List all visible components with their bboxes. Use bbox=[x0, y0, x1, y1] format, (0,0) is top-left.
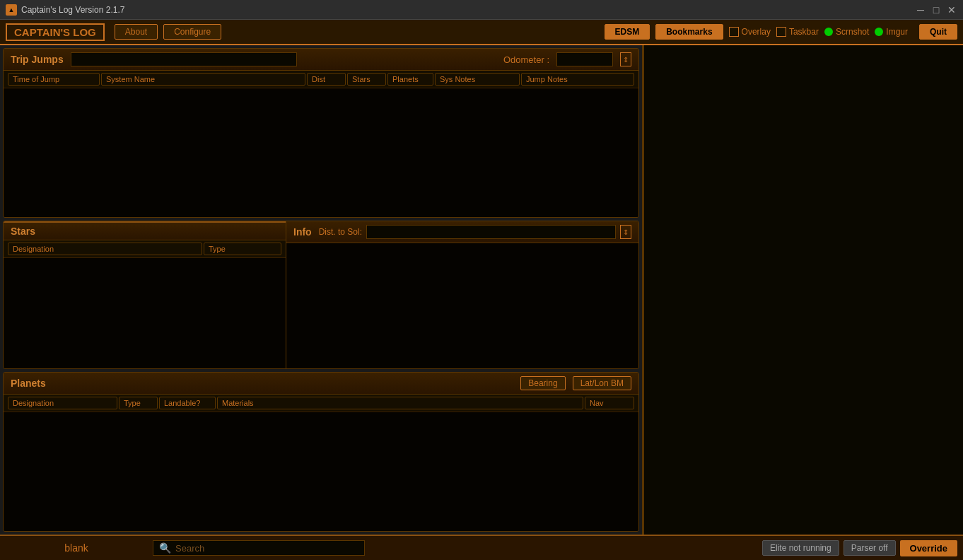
imgur-dot bbox=[875, 28, 883, 36]
scrnshot-check[interactable]: Scrnshot bbox=[824, 27, 869, 37]
taskbar-checkbox[interactable] bbox=[776, 27, 786, 37]
right-panel bbox=[643, 45, 963, 535]
quit-button[interactable]: Quit bbox=[919, 24, 957, 40]
configure-button[interactable]: Configure bbox=[163, 24, 221, 40]
trip-jumps-header: Trip Jumps Odometer : ⇕ bbox=[4, 49, 638, 71]
about-button[interactable]: About bbox=[115, 24, 158, 40]
info-content bbox=[286, 243, 638, 368]
overlay-check[interactable]: Overlay bbox=[729, 27, 771, 37]
info-header: Info Dist. to Sol: ⇕ bbox=[286, 221, 638, 243]
col-sysname: System Name bbox=[101, 73, 305, 86]
col-stars-type: Type bbox=[204, 243, 281, 255]
trip-jumps-section: Trip Jumps Odometer : ⇕ Time of Jump Sys… bbox=[3, 48, 639, 218]
search-input[interactable] bbox=[175, 543, 358, 554]
col-planets-desig: Designation bbox=[8, 397, 117, 409]
col-time: Time of Jump bbox=[8, 73, 100, 86]
close-button[interactable]: ✕ bbox=[946, 4, 957, 16]
trip-jumps-table bbox=[4, 88, 638, 217]
stars-col-headers: Designation Type bbox=[4, 240, 286, 258]
taskbar-check[interactable]: Taskbar bbox=[776, 27, 819, 37]
app-brand-title: CAPTAIN'S LOG bbox=[6, 23, 105, 41]
odometer-input[interactable] bbox=[556, 52, 613, 66]
override-button[interactable]: Override bbox=[900, 540, 957, 556]
col-dist: Dist bbox=[307, 73, 346, 86]
elite-status: Elite not running bbox=[762, 540, 839, 556]
dist-sol-label: Dist. to Sol: bbox=[319, 227, 362, 237]
trip-jumps-input[interactable] bbox=[71, 52, 297, 66]
trip-jumps-title: Trip Jumps bbox=[11, 54, 64, 65]
trip-jumps-col-headers: Time of Jump System Name Dist Stars Plan… bbox=[4, 71, 638, 88]
odometer-label: Odometer : bbox=[503, 54, 549, 65]
col-planets-type: Type bbox=[119, 397, 158, 409]
imgur-label: Imgur bbox=[886, 27, 908, 37]
app-title-text: Captain's Log Version 2.1.7 bbox=[21, 5, 124, 15]
left-panel: Trip Jumps Odometer : ⇕ Time of Jump Sys… bbox=[0, 45, 643, 535]
stars-table bbox=[4, 258, 286, 368]
stars-title: Stars bbox=[11, 226, 35, 237]
scrnshot-label: Scrnshot bbox=[836, 27, 869, 37]
planets-col-headers: Designation Type Landable? Materials Nav bbox=[4, 395, 638, 412]
planets-section: Planets Bearing Lat/Lon BM Designation T… bbox=[3, 372, 639, 532]
search-wrap: 🔍 bbox=[153, 540, 365, 556]
bottom-bar: blank 🔍 Elite not running Parser off Ove… bbox=[0, 535, 963, 560]
col-sysnotes: Sys Notes bbox=[435, 73, 520, 86]
bottom-right: Elite not running Parser off Override bbox=[762, 540, 957, 556]
col-planets-landable: Landable? bbox=[159, 397, 216, 409]
bearing-button[interactable]: Bearing bbox=[520, 376, 565, 390]
search-icon: 🔍 bbox=[159, 542, 171, 554]
overlay-checkbox[interactable] bbox=[729, 27, 739, 37]
stars-section: Stars Designation Type bbox=[4, 221, 286, 368]
overlay-label: Overlay bbox=[742, 27, 771, 37]
titlebar-controls: ─ □ ✕ bbox=[915, 4, 957, 16]
col-planets-materials: Materials bbox=[217, 397, 583, 409]
edsm-button[interactable]: EDSM bbox=[605, 24, 650, 40]
titlebar: ▲ Captain's Log Version 2.1.7 ─ □ ✕ bbox=[0, 0, 963, 20]
latlon-button[interactable]: Lat/Lon BM bbox=[573, 376, 631, 390]
col-planets-nav: Nav bbox=[585, 397, 634, 409]
app-container: CAPTAIN'S LOG About Configure EDSM Bookm… bbox=[0, 20, 963, 560]
col-stars: Stars bbox=[347, 73, 386, 86]
col-stars-desig: Designation bbox=[8, 243, 202, 255]
bookmarks-button[interactable]: Bookmarks bbox=[655, 24, 723, 40]
planets-table bbox=[4, 412, 638, 531]
maximize-button[interactable]: □ bbox=[930, 4, 942, 16]
parser-status: Parser off bbox=[844, 540, 896, 556]
dist-sol-input[interactable] bbox=[366, 225, 616, 239]
stars-header: Stars bbox=[4, 221, 286, 240]
blank-label: blank bbox=[6, 542, 147, 554]
titlebar-left: ▲ Captain's Log Version 2.1.7 bbox=[6, 4, 124, 16]
toolbar-right: EDSM Bookmarks Overlay Taskbar Scrnshot … bbox=[605, 24, 957, 40]
imgur-check[interactable]: Imgur bbox=[875, 27, 908, 37]
minimize-button[interactable]: ─ bbox=[915, 4, 926, 16]
content-area: Trip Jumps Odometer : ⇕ Time of Jump Sys… bbox=[0, 45, 963, 535]
info-resize[interactable]: ⇕ bbox=[620, 225, 631, 239]
col-jumpnotes: Jump Notes bbox=[521, 73, 634, 86]
col-planets: Planets bbox=[387, 73, 433, 86]
planets-title: Planets bbox=[11, 378, 513, 389]
scrnshot-dot bbox=[824, 28, 833, 36]
dist-sol-wrap: Dist. to Sol: ⇕ bbox=[319, 225, 631, 239]
trip-jumps-resize[interactable]: ⇕ bbox=[620, 52, 631, 66]
app-icon: ▲ bbox=[6, 4, 17, 16]
middle-row: Stars Designation Type Info Dist. to Sol… bbox=[3, 221, 639, 369]
info-section: Info Dist. to Sol: ⇕ bbox=[286, 221, 638, 368]
info-title: Info bbox=[293, 226, 312, 238]
taskbar-label: Taskbar bbox=[789, 27, 819, 37]
planets-header: Planets Bearing Lat/Lon BM bbox=[4, 373, 638, 395]
toolbar: CAPTAIN'S LOG About Configure EDSM Bookm… bbox=[0, 20, 963, 45]
